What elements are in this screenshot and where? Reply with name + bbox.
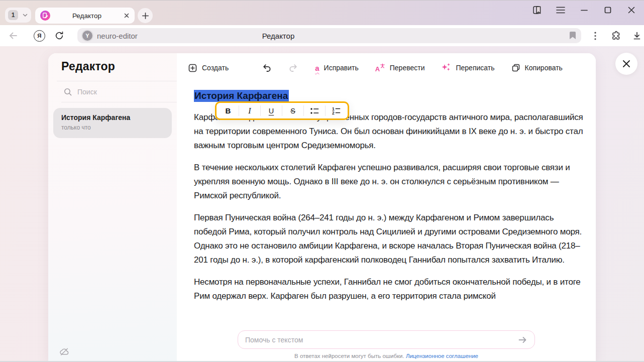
nav-bar: Я Y neuro-editor Редактор xyxy=(0,25,644,46)
site-favicon: Y xyxy=(82,31,92,41)
numbered-list-button[interactable]: 1 2 xyxy=(326,103,347,118)
extensions-icon[interactable] xyxy=(609,29,623,43)
document-item-title: История Карфагена xyxy=(61,113,164,122)
bullet-list-button[interactable] xyxy=(304,103,325,118)
address-bar[interactable]: Y neuro-editor Редактор xyxy=(77,28,581,43)
sparkles-icon xyxy=(441,63,451,73)
editor-toolbar: Создать a Исправить xyxy=(177,53,596,82)
create-label: Создать xyxy=(202,64,229,72)
translate-button[interactable]: A Перевести xyxy=(375,63,425,72)
license-link[interactable]: Лицензионное соглашение xyxy=(406,353,478,359)
tab-strip: 1 Редактор xyxy=(0,0,644,25)
send-arrow-icon[interactable] xyxy=(517,335,527,345)
underline-button[interactable]: U xyxy=(261,103,282,118)
back-icon[interactable] xyxy=(6,29,20,43)
bold-button[interactable]: B xyxy=(218,103,239,118)
undo-icon[interactable] xyxy=(262,61,272,75)
plus-icon xyxy=(142,12,149,20)
selected-text: История Карфагена xyxy=(194,90,289,102)
sidebar-document-item[interactable]: История Карфагена только что xyxy=(53,108,172,138)
minimize-icon[interactable] xyxy=(579,5,590,16)
page-title: Редактор xyxy=(248,32,308,40)
document-title: История Карфагена xyxy=(194,85,586,101)
paragraph: Первая Пуническая война (264–241 годы до… xyxy=(194,211,586,267)
tab-group-chip[interactable]: 1 xyxy=(5,8,31,23)
rewrite-label: Переписать xyxy=(456,64,494,72)
translate-label: Перевести xyxy=(390,64,425,72)
search-box[interactable] xyxy=(63,84,164,99)
bookmark-flag-icon[interactable] xyxy=(569,31,576,40)
search-icon xyxy=(63,87,72,96)
reload-icon[interactable] xyxy=(52,29,66,43)
menu-icon[interactable] xyxy=(555,5,566,16)
fix-label: Исправить xyxy=(324,64,359,72)
rewrite-button[interactable]: Переписать xyxy=(441,63,494,73)
editor-app-card: Редактор История Карфагена только что xyxy=(48,53,596,362)
editor-main: Создать a Исправить xyxy=(177,53,596,362)
tab-close-icon[interactable] xyxy=(124,13,130,19)
close-icon xyxy=(622,59,631,68)
close-app-button[interactable] xyxy=(615,53,637,75)
tab-group-count: 1 xyxy=(8,10,18,20)
new-tab-button[interactable] xyxy=(138,8,153,23)
plus-square-icon xyxy=(188,63,197,73)
divider xyxy=(61,102,177,102)
copy-icon xyxy=(511,63,520,72)
cloud-off-icon xyxy=(59,347,69,356)
editor-favicon-icon xyxy=(40,11,50,21)
numbered-list-icon: 1 2 xyxy=(332,107,341,115)
disclaimer: В ответах нейросети могут быть ошибки. Л… xyxy=(177,353,596,359)
more-options-icon[interactable] xyxy=(588,29,602,43)
svg-text:2: 2 xyxy=(332,110,335,115)
window-controls xyxy=(531,5,637,16)
copy-label: Копировать xyxy=(525,64,563,72)
create-button[interactable]: Создать xyxy=(188,63,229,73)
sidebar: Редактор История Карфагена только что xyxy=(48,53,177,362)
browser-window: 1 Редактор xyxy=(0,0,644,362)
fix-button[interactable]: a Исправить xyxy=(315,64,359,72)
redo-icon[interactable] xyxy=(288,61,298,75)
assistant-input[interactable] xyxy=(245,336,517,344)
page-backdrop: Редактор История Карфагена только что xyxy=(0,46,644,362)
window-close-icon[interactable] xyxy=(626,5,637,16)
bookmarks-panel-icon[interactable] xyxy=(531,5,543,16)
translate-icon: A xyxy=(375,63,385,72)
maximize-icon[interactable] xyxy=(602,5,613,16)
document-text: Карфаген — один из самых могущественных … xyxy=(194,110,586,303)
downloads-icon[interactable] xyxy=(630,29,644,43)
bullet-list-icon xyxy=(310,107,319,114)
yandex-letter: Я xyxy=(37,33,41,39)
chevron-down-icon[interactable] xyxy=(22,12,28,18)
document-surface[interactable]: История Карфагена B I U S xyxy=(194,85,586,311)
paragraph: Несмотря на первоначальные успехи, Ганни… xyxy=(194,275,586,303)
tab-title: Редактор xyxy=(50,12,124,20)
document-item-time: только что xyxy=(61,124,164,131)
url-text: neuro-editor xyxy=(97,32,138,40)
browser-tab[interactable]: Редактор xyxy=(35,8,135,24)
strikethrough-button[interactable]: S xyxy=(282,103,303,118)
divider xyxy=(57,81,177,81)
disclaimer-text: В ответах нейросети могут быть ошибки. xyxy=(294,353,404,359)
copy-button[interactable]: Копировать xyxy=(511,63,563,72)
assistant-input-bar[interactable] xyxy=(238,330,535,349)
search-input[interactable] xyxy=(77,88,153,96)
spellcheck-icon: a xyxy=(315,64,319,72)
yandex-logo-icon[interactable]: Я xyxy=(33,29,47,43)
paragraph: В течение нескольких столетий Карфаген у… xyxy=(194,161,586,203)
italic-button[interactable]: I xyxy=(239,103,260,118)
app-title: Редактор xyxy=(61,60,115,73)
format-toolbar: B I U S xyxy=(215,101,349,120)
